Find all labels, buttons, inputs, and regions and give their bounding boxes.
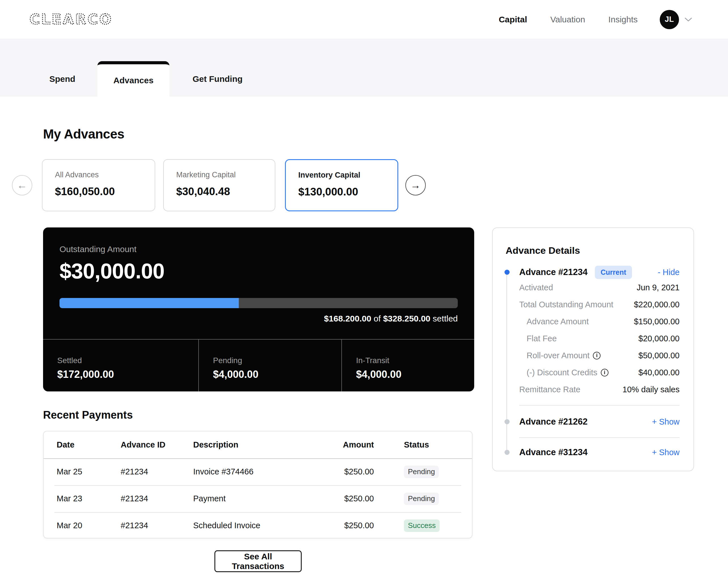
detail-row-roll-over: Roll-over Amount $50,000.00 xyxy=(519,347,680,364)
detail-label: Advance Amount xyxy=(519,317,589,326)
status-badge: Pending xyxy=(404,466,439,478)
tab-get-funding[interactable]: Get Funding xyxy=(169,61,266,97)
left-arrow-icon: ← xyxy=(17,179,27,191)
stat-value: $172,000.00 xyxy=(57,369,198,380)
timeline-dot-current xyxy=(504,270,509,275)
advance-card-marketing-capital[interactable]: Marketing Capital $30,040.48 xyxy=(163,159,275,211)
advance-card-label: All Advances xyxy=(55,170,155,179)
advance-item-31234: Advance #31234 + Show xyxy=(519,445,680,459)
stats-row: Settled $172,000.00 Pending $4,000.00 In… xyxy=(43,340,474,392)
detail-label: Roll-over Amount xyxy=(519,351,601,360)
advance-card-amount: $160,050.00 xyxy=(55,186,155,198)
settled-amount: $168.200.00 xyxy=(324,314,371,323)
settled-of: of xyxy=(374,314,381,323)
settled-total: $328.250.00 xyxy=(383,314,430,323)
advance-card-all-advances[interactable]: All Advances $160,050.00 xyxy=(42,159,155,211)
stat-label: Pending xyxy=(213,356,341,365)
see-all-transactions-button[interactable]: See All Transactions xyxy=(214,550,302,572)
table-row: Mar 20 #21234 Scheduled Invoice $250.00 … xyxy=(44,512,472,539)
cell-date: Mar 20 xyxy=(57,512,113,539)
advance-name: Advance #31234 xyxy=(519,447,587,458)
detail-value: Jun 9, 2021 xyxy=(637,283,680,292)
detail-label: (-) Discount Credits xyxy=(519,368,608,377)
current-badge: Current xyxy=(595,266,632,279)
outstanding-amount-value: $30,000.00 xyxy=(60,258,458,283)
cell-status: Pending xyxy=(404,485,461,512)
table-row: Mar 23 #21234 Payment $250.00 Pending xyxy=(44,485,472,512)
top-navbar: CLEARCO Capital Valuation Insights JL xyxy=(0,0,728,39)
outstanding-amount-card: Outstanding Amount $30,000.00 $168.200.0… xyxy=(43,227,474,392)
advance-item-21262: Advance #21262 + Show xyxy=(519,415,680,428)
column-header-date: Date xyxy=(57,432,113,458)
page: CLEARCO Capital Valuation Insights JL Sp… xyxy=(0,0,728,588)
detail-label: Flat Fee xyxy=(519,334,557,343)
detail-label: Activated xyxy=(519,283,553,292)
clearco-logo: CLEARCO xyxy=(29,11,114,28)
tab-advances[interactable]: Advances xyxy=(98,61,169,97)
show-link[interactable]: + Show xyxy=(652,448,680,457)
stat-value: $4,000.00 xyxy=(356,369,474,380)
timeline-dot xyxy=(504,419,509,424)
detail-label-text: Roll-over Amount xyxy=(526,351,589,360)
show-link[interactable]: + Show xyxy=(652,417,680,426)
advance-name: Advance #21234 xyxy=(519,267,587,277)
column-header-description: Description xyxy=(193,432,312,458)
advance-details-panel: Advance Details Advance #21234 Current -… xyxy=(492,227,694,471)
advance-card-amount: $30,040.48 xyxy=(176,186,275,198)
carousel-left-button[interactable]: ← xyxy=(12,175,32,195)
detail-value: $40,000.00 xyxy=(639,368,680,377)
cell-amount: $250.00 xyxy=(317,458,374,485)
stat-settled: Settled $172,000.00 xyxy=(43,340,198,392)
chevron-down-icon[interactable] xyxy=(684,17,692,22)
advance-card-amount: $130,000.00 xyxy=(298,186,397,198)
cell-advance-id: #21234 xyxy=(121,512,186,539)
detail-label: Total Outstanding Amount xyxy=(519,300,613,309)
avatar[interactable]: JL xyxy=(660,10,679,29)
table-row: Mar 25 #21234 Invoice #374466 $250.00 Pe… xyxy=(44,458,472,485)
settled-suffix: settled xyxy=(433,314,458,323)
detail-value: $150,000.00 xyxy=(634,317,680,326)
column-header-amount: Amount xyxy=(317,432,374,458)
detail-value: $220,000.00 xyxy=(634,300,680,309)
detail-row-remittance-rate: Remittance Rate 10% daily sales xyxy=(519,381,680,398)
status-badge: Pending xyxy=(404,492,439,505)
info-icon[interactable] xyxy=(601,369,608,376)
cell-amount: $250.00 xyxy=(317,512,374,539)
tab-spend[interactable]: Spend xyxy=(34,61,91,97)
page-title: My Advances xyxy=(43,126,124,142)
cell-description: Invoice #374466 xyxy=(193,458,312,485)
timeline-dot xyxy=(504,450,509,455)
hide-link[interactable]: - Hide xyxy=(658,268,680,277)
outstanding-amount-label: Outstanding Amount xyxy=(60,245,458,254)
column-header-status: Status xyxy=(404,432,461,458)
advance-card-label: Inventory Capital xyxy=(298,171,397,180)
detail-row-total-outstanding: Total Outstanding Amount $220,000.00 xyxy=(519,296,680,313)
advance-card-inventory-capital[interactable]: Inventory Capital $130,000.00 xyxy=(285,159,398,211)
detail-label: Remittance Rate xyxy=(519,385,580,394)
panel-divider xyxy=(519,405,680,405)
recent-payments-title: Recent Payments xyxy=(43,409,133,421)
advance-details-title: Advance Details xyxy=(506,245,580,256)
progress-fill xyxy=(60,298,239,308)
nav-capital[interactable]: Capital xyxy=(499,15,527,24)
stat-in-transit: In-Transit $4,000.00 xyxy=(341,340,474,392)
cell-description: Payment xyxy=(193,485,312,512)
recent-payments-table: Date Advance ID Description Amount Statu… xyxy=(43,431,473,539)
carousel-right-button[interactable]: → xyxy=(405,175,426,195)
settled-summary: $168.200.00 of $328.250.00 settled xyxy=(60,314,458,323)
stat-label: In-Transit xyxy=(356,356,474,365)
detail-row-flat-fee: Flat Fee $20,000.00 xyxy=(519,330,680,347)
nav-insights[interactable]: Insights xyxy=(608,15,638,24)
detail-value: $20,000.00 xyxy=(639,334,680,343)
column-header-advance-id: Advance ID xyxy=(121,432,186,458)
stat-label: Settled xyxy=(57,356,198,365)
info-icon[interactable] xyxy=(593,352,601,359)
advance-card-label: Marketing Capital xyxy=(176,170,275,179)
table-header-row: Date Advance ID Description Amount Statu… xyxy=(44,432,472,458)
nav-valuation[interactable]: Valuation xyxy=(550,15,585,24)
cell-status: Success xyxy=(404,512,461,539)
advance-item-21234: Advance #21234 Current - Hide xyxy=(519,266,680,279)
cell-status: Pending xyxy=(404,458,461,485)
detail-row-advance-amount: Advance Amount $150,000.00 xyxy=(519,313,680,330)
right-arrow-icon: → xyxy=(411,179,421,191)
